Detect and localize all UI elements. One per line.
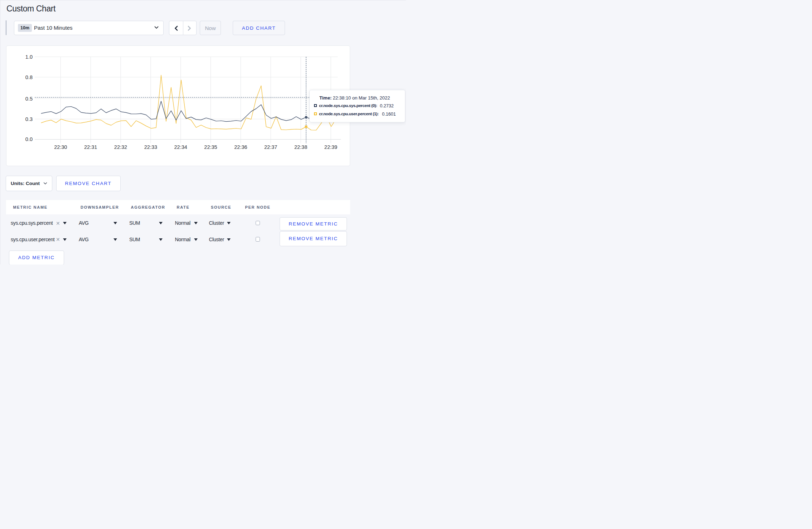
svg-text:1.0: 1.0 [25, 54, 33, 60]
svg-text:22:34: 22:34 [174, 144, 187, 150]
svg-text:22:36: 22:36 [234, 144, 247, 150]
svg-text:22:39: 22:39 [324, 144, 337, 150]
svg-text:22:33: 22:33 [144, 144, 157, 150]
svg-text:22:32: 22:32 [114, 144, 127, 150]
svg-text:22:31: 22:31 [84, 144, 97, 150]
svg-text:22:35: 22:35 [204, 144, 217, 150]
svg-text:0.0: 0.0 [25, 136, 33, 142]
svg-text:22:30: 22:30 [54, 144, 67, 150]
svg-text:0.8: 0.8 [25, 74, 33, 80]
svg-text:22:38: 22:38 [294, 144, 307, 150]
svg-text:0.5: 0.5 [25, 96, 33, 102]
svg-text:0.3: 0.3 [25, 116, 33, 122]
svg-text:22:37: 22:37 [264, 144, 277, 150]
